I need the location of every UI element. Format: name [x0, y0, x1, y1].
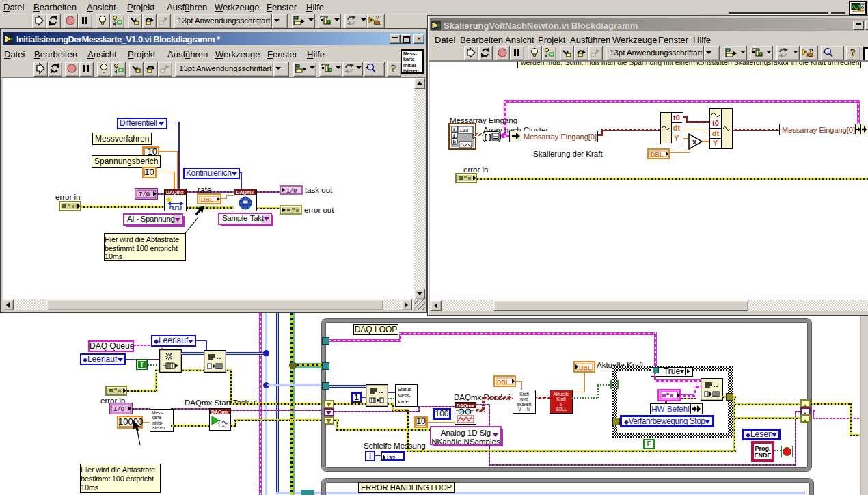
- svg-text:k: k: [453, 139, 457, 145]
- svg-text:I32: I32: [387, 455, 396, 461]
- svg-text:DAQmx: DAQmx: [236, 190, 254, 196]
- svg-text:x: x: [692, 137, 697, 146]
- svg-text:DAQmx: DAQmx: [457, 403, 474, 409]
- svg-text:?: ?: [850, 47, 856, 58]
- svg-text:DBL: DBL: [497, 379, 510, 386]
- svg-text:I/O: I/O: [113, 406, 125, 413]
- svg-text:DBL: DBL: [579, 364, 592, 371]
- svg-text:DAQmx: DAQmx: [211, 410, 229, 415]
- svg-text:I/O: I/O: [139, 191, 150, 198]
- svg-text:123: 123: [459, 127, 469, 133]
- svg-text:DAQmx: DAQmx: [166, 190, 184, 196]
- svg-text:i: i: [453, 126, 455, 133]
- svg-text:[ ]: [ ]: [485, 133, 491, 141]
- svg-text:j: j: [452, 133, 455, 139]
- svg-text:I/O: I/O: [286, 188, 297, 193]
- svg-text:DBL: DBL: [651, 151, 664, 158]
- svg-text:?: ?: [391, 63, 396, 74]
